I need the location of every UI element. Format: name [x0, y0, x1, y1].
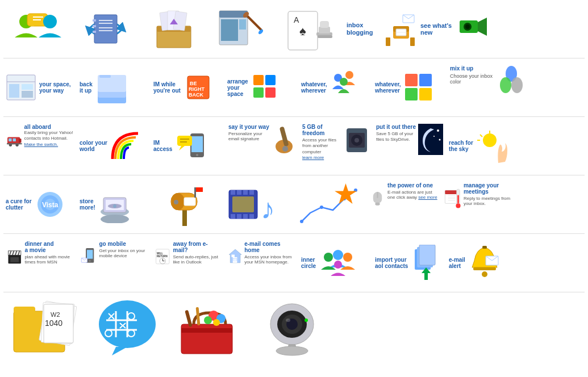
all-aboard-cell[interactable]: all aboard Easily bring your Yahoo! cont…: [3, 120, 77, 171]
svg-rect-22: [221, 19, 238, 41]
cards-cell[interactable]: A ♠: [276, 3, 344, 55]
star-chart-cell[interactable]: [293, 179, 367, 230]
svg-point-144: [456, 203, 460, 208]
svg-point-110: [113, 204, 116, 208]
svg-point-44: [465, 24, 470, 29]
svg-rect-33: [318, 35, 332, 38]
go-mobile-cell[interactable]: go mobile Get your inbox on your mobile …: [77, 237, 151, 288]
reach-sky-cell[interactable]: reach forthe sky: [447, 120, 520, 171]
svg-point-130: [320, 206, 323, 209]
svg-rect-66: [419, 74, 432, 86]
svg-rect-127: [232, 196, 254, 212]
say-it-way-sub: Personalize your email signature: [228, 131, 270, 141]
svg-point-92: [355, 138, 359, 143]
store-more-cell[interactable]: storemore!: [77, 179, 151, 230]
webcam-cell[interactable]: [251, 296, 333, 361]
svg-rect-59: [265, 75, 276, 85]
cure-clutter-cell[interactable]: a cure forclutter Vista: [3, 179, 77, 230]
svg-rect-116: [194, 187, 196, 198]
whatever-wherever-people-cell[interactable]: whatever,wherever: [299, 62, 373, 113]
svg-rect-37: [410, 37, 415, 46]
paint-cell[interactable]: [208, 3, 276, 55]
power-one-sub: E-mail actions are just one click away s…: [387, 190, 437, 200]
inner-circle-cell[interactable]: innercircle: [299, 237, 373, 288]
color-world-cell[interactable]: color yourworld: [77, 120, 151, 171]
whatever-wherever-label2: whatever,wherever: [375, 81, 401, 94]
svg-text:WILL: WILL: [157, 252, 163, 255]
inner-circle-label: innercircle: [301, 257, 316, 269]
svg-rect-164: [232, 254, 235, 257]
svg-rect-36: [386, 37, 390, 46]
power-one-cell[interactable]: the power of one E-mail actions are just…: [367, 179, 441, 230]
5gb-label: 5 GB of freedom: [302, 124, 342, 136]
svg-marker-83: [179, 146, 185, 150]
svg-point-168: [343, 253, 352, 262]
svg-text:W2: W2: [51, 311, 60, 318]
svg-rect-23: [239, 19, 246, 30]
tax-folder-cell[interactable]: W2 1040: [3, 296, 86, 361]
contacts-cell[interactable]: [72, 3, 140, 55]
whatever-wherever-grid-cell[interactable]: whatever,wherever: [373, 62, 447, 113]
put-out-there-cell[interactable]: put it out there Save 5 GB of your files…: [373, 120, 447, 171]
go-mobile-label: go mobile: [99, 241, 148, 247]
film-music-cell[interactable]: ♪: [219, 179, 293, 230]
svg-line-99: [480, 135, 482, 137]
svg-text:RETURN: RETURN: [157, 255, 168, 258]
svg-point-154: [89, 260, 91, 262]
messenger-cell[interactable]: [3, 3, 72, 55]
svg-point-176: [482, 271, 487, 277]
svg-rect-9: [93, 31, 96, 33]
away-email-cell[interactable]: WILL RETURN away from e-mail? Send auto-…: [151, 237, 225, 288]
svg-point-88: [282, 146, 288, 152]
svg-point-96: [439, 139, 441, 141]
email-alert-cell[interactable]: e-mailalert: [447, 237, 520, 288]
say-it-way-cell[interactable]: say it your way Personalize your email s…: [225, 120, 299, 171]
svg-rect-6: [94, 15, 117, 43]
5gb-sub: Access your files from another computerl…: [302, 137, 342, 161]
whatever-wherever-label1: whatever,wherever: [301, 81, 327, 94]
svg-point-64: [340, 78, 348, 86]
svg-rect-78: [7, 143, 22, 144]
svg-rect-180: [14, 307, 35, 313]
im-while-cell[interactable]: IM whileyou're out BE RIGHT BACK: [151, 62, 225, 113]
dinner-movie-cell[interactable]: dinner anda movie plan ahead with movie …: [3, 237, 77, 288]
5gb-cell[interactable]: 5 GB of freedom Access your files from a…: [299, 120, 373, 171]
mix-it-up-cell[interactable]: mix it up Choose your inbox color: [447, 62, 526, 113]
email-home-cell[interactable]: e-mail comes home Access your inbox from…: [225, 237, 299, 288]
all-aboard-sub: Easily bring your Yahoo! contacts into H…: [24, 130, 74, 148]
svg-point-95: [433, 136, 435, 137]
mix-it-up-sublabel: Choose your inbox color: [450, 73, 498, 85]
away-email-label: away from e-mail?: [173, 241, 222, 253]
svg-rect-53: [99, 75, 111, 78]
inbox-box-cell[interactable]: [140, 3, 208, 55]
arrange-space-cell[interactable]: arrangeyourspace: [225, 62, 299, 113]
svg-text:BE: BE: [190, 81, 197, 86]
svg-rect-172: [419, 245, 435, 265]
toolbox-cell[interactable]: [168, 296, 251, 361]
im-access-cell[interactable]: IMaccess: [151, 120, 225, 171]
inbox-blogging-label: inboxblogging: [347, 22, 385, 36]
away-email-sub: Send auto-replies, just like in Outlook: [173, 254, 222, 265]
back-it-up-cell[interactable]: backit up: [77, 62, 151, 113]
svg-rect-124: [237, 214, 241, 219]
svg-point-81: [196, 154, 198, 156]
your-space-cell[interactable]: your space,your way: [3, 62, 77, 113]
svg-rect-153: [87, 250, 93, 259]
svg-rect-8: [93, 25, 96, 27]
svg-rect-119: [231, 190, 235, 195]
svg-rect-67: [405, 88, 418, 100]
manage-meetings-cell[interactable]: manage your meetings Reply to meetings f…: [441, 179, 515, 230]
see-whats-new-cell[interactable]: see what's new: [418, 3, 492, 55]
manage-meetings-label: manage your meetings: [464, 182, 511, 195]
import-aol-cell[interactable]: import youraol contacts: [373, 237, 447, 288]
inbox-blogging-cell[interactable]: inboxblogging: [344, 3, 418, 55]
svg-point-70: [500, 77, 511, 93]
svg-point-71: [511, 77, 523, 93]
svg-point-94: [437, 129, 439, 132]
svg-rect-80: [191, 136, 203, 152]
put-out-there-label: put it out there: [376, 124, 416, 130]
tictactoe-cell[interactable]: [86, 296, 168, 361]
im-access-label: IMaccess: [153, 140, 172, 152]
svg-rect-74: [13, 139, 16, 141]
mailbox2-cell[interactable]: [151, 179, 219, 230]
